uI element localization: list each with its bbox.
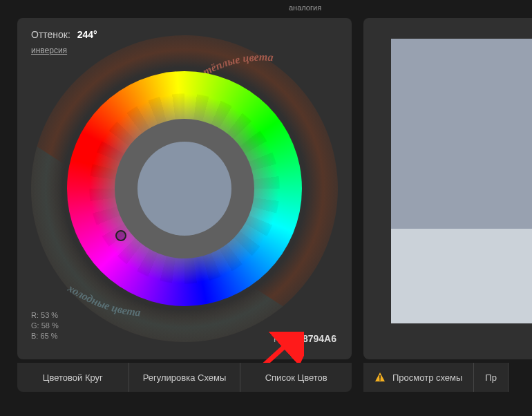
- left-tabs: Цветовой Круг Регулировка Схемы Список Ц…: [17, 363, 352, 392]
- hue-label: Оттенок:: [31, 29, 70, 40]
- wheel-hub: [137, 142, 231, 236]
- rgb-hex-label: RGB:: [274, 333, 297, 344]
- right-tabs: Просмотр схемы Пр: [363, 363, 532, 392]
- swatch-0[interactable]: [391, 39, 532, 133]
- rgb-hex-readout: RGB: 8794A6: [274, 333, 336, 344]
- rgb-hex-value: 8794A6: [303, 333, 336, 344]
- hue-value: 244°: [77, 29, 97, 40]
- swatch-1[interactable]: [391, 133, 532, 228]
- rgb-percent-readout: R: 53 % G: 58 % B: 65 %: [31, 310, 59, 341]
- tab-next[interactable]: Пр: [474, 363, 509, 392]
- r-percent: R: 53 %: [31, 310, 59, 321]
- preview-panel: [363, 18, 532, 359]
- mode-label: аналогия: [289, 3, 321, 12]
- color-wheel-panel: Оттенок: 244° инверсия тёплые цвета холо…: [17, 18, 352, 359]
- b-percent: B: 65 %: [31, 331, 59, 341]
- swatch-area: [391, 39, 532, 323]
- tab-color-wheel[interactable]: Цветовой Круг: [17, 363, 129, 392]
- g-percent: G: 58 %: [31, 321, 59, 331]
- svg-rect-3: [379, 375, 381, 379]
- tab-view-scheme[interactable]: Просмотр схемы: [363, 363, 474, 392]
- hue-marker[interactable]: [115, 230, 126, 241]
- svg-rect-4: [379, 379, 381, 381]
- tab-color-list[interactable]: Список Цветов: [240, 363, 352, 392]
- invert-link[interactable]: инверсия: [31, 46, 67, 55]
- tab-adjust-scheme[interactable]: Регулировка Схемы: [129, 363, 241, 392]
- tab-view-scheme-label: Просмотр схемы: [392, 372, 462, 383]
- warning-icon: [374, 372, 386, 383]
- swatch-2[interactable]: [391, 229, 532, 323]
